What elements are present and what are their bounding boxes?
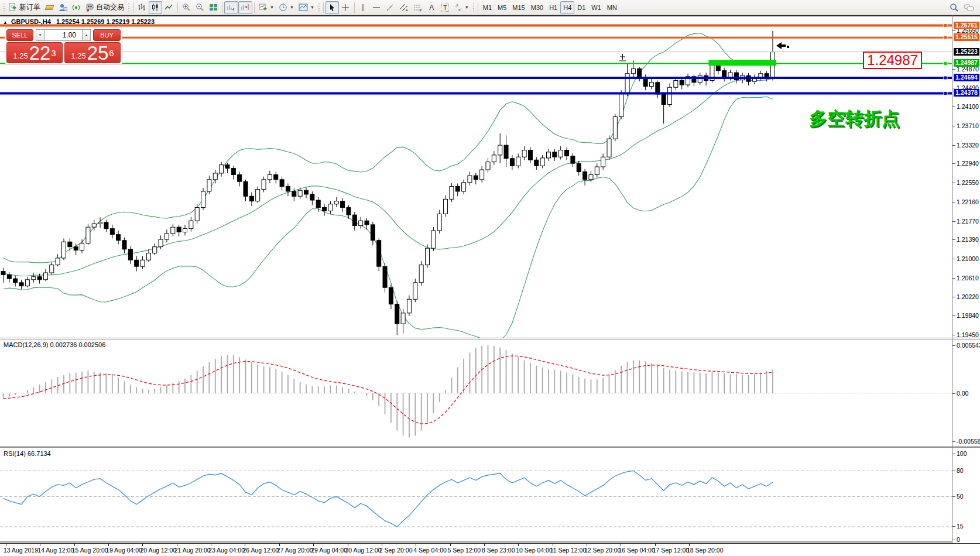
template-icon (299, 4, 308, 12)
cursor-tool-button[interactable] (325, 1, 339, 14)
time-label: 21 Aug 20:00 (174, 547, 211, 554)
sell-price-point: 3 (51, 43, 56, 64)
search-icon (950, 3, 959, 12)
new-order-icon (9, 3, 18, 12)
label-tool-button[interactable]: T (438, 1, 452, 14)
comments-button[interactable] (961, 1, 976, 14)
price-tick: 1.23320 (957, 142, 979, 149)
panel-separator[interactable] (0, 338, 980, 339)
macd-panel[interactable] (0, 339, 952, 447)
bear-candle (510, 159, 514, 166)
time-label: 5 Sep 12:00 (448, 547, 481, 554)
bear-candle (74, 247, 78, 250)
price-callout-box[interactable]: 1.24987 (863, 52, 922, 69)
history-center-button[interactable] (43, 1, 56, 14)
candlestick-chart-button[interactable] (149, 1, 162, 14)
text-tool-button[interactable]: A (425, 1, 438, 14)
vertical-line-icon (360, 4, 366, 12)
bull-candle (631, 68, 635, 73)
tf-button-H1[interactable]: H1 (546, 1, 560, 14)
tf-button-D1[interactable]: D1 (574, 1, 588, 14)
bear-candle (565, 150, 569, 156)
bull-candle (450, 187, 454, 200)
line-end-marker[interactable] (944, 76, 947, 80)
zoom-in-button[interactable] (180, 1, 193, 14)
signals-button[interactable] (70, 1, 83, 14)
tf-button-H4[interactable]: H4 (560, 1, 574, 14)
sell-price-box[interactable]: 1.25 22 3 (6, 42, 63, 63)
bull-candle (268, 174, 272, 179)
fibonacci-tool-button[interactable]: F (411, 1, 425, 14)
price-arrow-marker[interactable] (776, 42, 789, 49)
bollinger-lower-band[interactable] (4, 97, 773, 338)
volume-input[interactable]: 1.00 (44, 29, 82, 41)
price-tick: 1.20610 (957, 274, 979, 282)
tf-button-M30[interactable]: M30 (528, 1, 546, 14)
line-end-marker[interactable] (944, 24, 947, 28)
tf-button-W1[interactable]: W1 (588, 1, 604, 14)
line-end-marker[interactable] (944, 61, 947, 65)
macd-axis[interactable]: 0.0055430.00-0.005583 (952, 339, 980, 447)
arrows-tool-button[interactable]: ▼ (452, 1, 471, 14)
horizontal-line-tool-button[interactable] (370, 1, 383, 14)
crosshair-tool-button[interactable] (339, 1, 352, 14)
bull-candle (62, 242, 66, 258)
bollinger-upper-band[interactable] (4, 33, 773, 263)
line-chart-button[interactable] (162, 1, 176, 14)
bull-candle (256, 190, 260, 201)
tf-button-MN[interactable]: MN (604, 1, 620, 14)
trader-icon (59, 3, 67, 12)
zoom-out-button[interactable] (193, 1, 207, 14)
bull-candle (92, 224, 96, 227)
templates-button[interactable]: ▼ (296, 1, 317, 14)
search-button[interactable] (947, 1, 961, 14)
panel-separator[interactable] (0, 446, 980, 448)
trendline-tool-button[interactable] (383, 1, 397, 14)
buy-button[interactable]: BUY (93, 29, 121, 41)
periods-button[interactable]: ▼ (276, 1, 296, 14)
price-axis[interactable]: 1.256501.248701.244901.241001.237101.233… (952, 15, 980, 338)
bear-candle (395, 304, 399, 324)
buy-price-box[interactable]: 1.25 25 6 (64, 42, 121, 63)
time-label: 19 Aug 04:00 (106, 547, 142, 554)
rsi-panel[interactable] (0, 448, 952, 543)
volume-increase-button[interactable]: ▲ (82, 29, 91, 41)
bull-candle (171, 227, 175, 234)
time-label: 12 Sep 20:00 (584, 547, 621, 554)
main-price-chart[interactable] (0, 15, 952, 338)
rsi-axis[interactable]: 1008050150 (952, 448, 980, 543)
tf-button-M5[interactable]: M5 (495, 1, 509, 14)
channel-tool-button[interactable]: E (397, 1, 411, 14)
time-label: 18 Sep 20:00 (687, 547, 723, 554)
line-end-marker[interactable] (944, 91, 947, 95)
line-end-marker[interactable] (944, 36, 947, 39)
bull-candle (56, 258, 60, 265)
time-axis[interactable]: 13 Aug 201914 Aug 12:0015 Aug 20:0019 Au… (0, 543, 980, 556)
toolbar-grip (4, 3, 5, 12)
bear-candle (68, 242, 72, 246)
new-order-button[interactable]: 新订单 (6, 1, 43, 14)
bar-chart-button[interactable] (135, 1, 149, 14)
toolbar-grip (128, 3, 129, 12)
bollinger-middle-band[interactable] (4, 78, 773, 276)
resistance-zone-rect[interactable] (708, 60, 776, 66)
tile-windows-button[interactable] (207, 1, 220, 14)
tf-button-M15[interactable]: M15 (509, 1, 527, 14)
chart-note-text[interactable]: 多空转折点 (809, 107, 900, 131)
bear-candle (383, 266, 387, 287)
tf-button-M1[interactable]: M1 (480, 1, 495, 14)
indicators-button[interactable]: ▼ (256, 1, 276, 14)
chart-title: ▲ GBPUSD-,H4 1.25254 1.25269 1.25219 1.2… (3, 18, 155, 25)
indicators-icon (259, 3, 268, 12)
auto-trading-button[interactable]: 自动交易 (83, 1, 126, 14)
volume-decrease-button[interactable]: ▼ (36, 29, 44, 41)
gold-bar-icon (45, 5, 54, 10)
bear-candle (37, 277, 42, 280)
vertical-line-tool-button[interactable] (357, 1, 370, 14)
time-tick (177, 544, 177, 546)
bear-candle (577, 163, 581, 171)
chart-shift-button[interactable] (238, 1, 252, 14)
auto-scroll-button[interactable] (224, 1, 238, 14)
sell-button[interactable]: SELL (6, 29, 33, 41)
web-trader-button[interactable] (56, 1, 70, 14)
